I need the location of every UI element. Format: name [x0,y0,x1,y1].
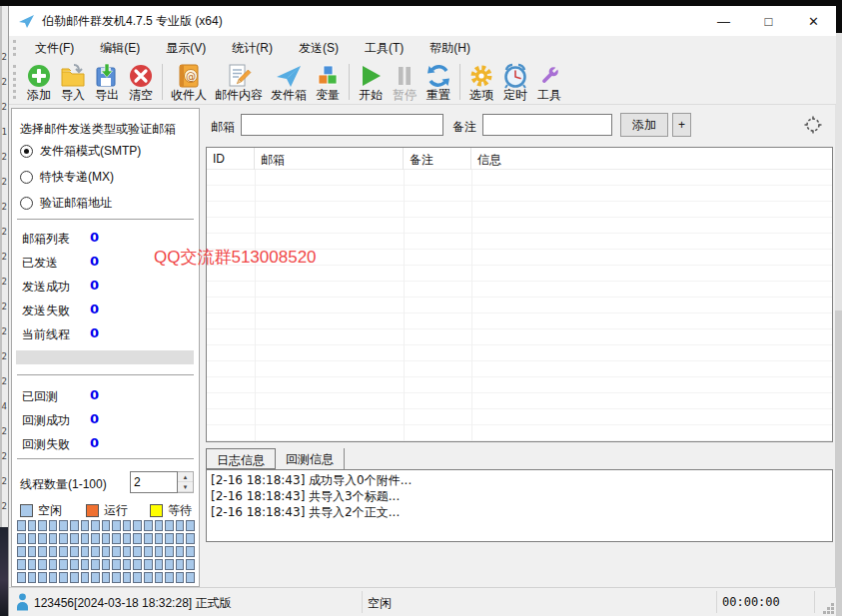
thread-cell [165,533,174,544]
maximize-button[interactable]: □ [746,6,791,36]
options-icon [468,63,494,89]
email-label: 邮箱 [211,119,235,136]
mail-table[interactable]: ID 邮箱 备注 信息 [206,147,833,442]
thread-cell [49,546,58,557]
toolbar-reset-button[interactable]: 重置 [421,62,455,103]
thread-cell [49,520,58,531]
thread-cell [133,533,142,544]
col-header-email[interactable]: 邮箱 [255,148,404,170]
spinner-up-button[interactable]: ▲ [178,472,193,482]
radio-label: 特快专递(MX) [40,169,114,186]
thread-cell [133,520,142,531]
thread-cell [155,546,164,557]
progress-bar [16,350,194,364]
thread-count-input[interactable] [130,471,178,493]
add-email-button[interactable]: 添加 [620,113,668,137]
thread-cell [155,520,164,531]
tab-log-info[interactable]: 日志信息 [206,448,276,469]
toolbar-label: 导入 [61,89,85,102]
menu-send[interactable]: 发送(S) [286,37,352,60]
toolbar-label: 定时 [503,89,527,102]
stat-value: 0 [90,435,99,450]
col-header-id[interactable]: ID [207,148,255,170]
thread-cell [28,559,37,570]
toolbar-variables-button[interactable]: 变量 [311,62,345,103]
note-input[interactable] [482,114,612,136]
radio-smtp-mode[interactable]: 发件箱模式(SMTP) [20,143,141,160]
log-output[interactable]: [2-16 18:18:43] 成功导入0个附件...[2-16 18:18:4… [206,469,833,542]
toolbar-options-button[interactable]: 选项 [464,62,498,103]
thread-cell [155,572,164,583]
close-button[interactable]: ✕ [791,6,836,36]
thread-cell [112,520,121,531]
stat-value: 0 [90,278,99,293]
toolbar-separator [349,64,350,100]
add-icon [26,63,52,89]
bg-line-number: 2 [0,302,7,311]
stat-label: 已发送 [22,256,58,270]
bg-line-number: 2 [0,52,7,62]
menu-file[interactable]: 文件(F) [22,37,87,60]
plus-button[interactable]: + [672,113,691,137]
thread-cell [70,572,79,583]
menu-edit[interactable]: 编辑(E) [87,37,153,60]
legend-label: 空闲 [38,502,62,519]
radio-mx-mode[interactable]: 特快专递(MX) [20,169,114,186]
bg-line-number: 2 [0,252,7,262]
radio-verify-mode[interactable]: 验证邮箱地址 [20,195,112,212]
toolbar-timer-button[interactable]: 定时 [498,62,532,103]
statusbar-state: 空闲 [368,595,392,612]
toolbar-outbox-button[interactable]: 发件箱 [267,62,311,103]
separator [17,374,194,375]
thread-cell [186,520,195,531]
thread-cell [70,546,79,557]
log-line: [2-16 18:18:43] 成功导入0个附件... [211,472,828,488]
col-header-info[interactable]: 信息 [471,148,832,170]
column-line [471,170,472,441]
thread-cell [59,559,68,570]
stat-value: 0 [90,302,99,316]
statusbar-divider [814,591,815,613]
toolbar-export-button[interactable]: 导出 [90,62,124,103]
menu-stats[interactable]: 统计(R) [219,37,286,60]
toolbar-tools-button[interactable]: 工具 [532,62,566,103]
log-tabs: 日志信息 回测信息 [206,448,345,469]
toolbar-recipients-button[interactable]: @ 收件人 [167,62,211,103]
menu-help[interactable]: 帮助(H) [417,37,483,60]
thread-cell [186,533,195,544]
toolbar-separator [459,64,460,100]
window-title: 伯勒邮件群发机4.7.5 专业版 (x64) [42,13,223,30]
send-type-panel: 选择邮件发送类型或验证邮箱 发件箱模式(SMTP) 特快专递(MX) 验证邮箱地… [11,108,200,587]
col-header-note[interactable]: 备注 [404,148,471,170]
bg-line-number: 2 [0,177,7,187]
spinner-down-button[interactable]: ▼ [178,482,193,492]
toolbar-label: 邮件内容 [215,89,263,102]
minimize-button[interactable]: — [701,6,746,36]
clear-icon [128,63,154,89]
thread-cell [186,546,195,557]
legend-label: 等待 [168,502,192,519]
thread-cell [59,520,68,531]
tab-test-info[interactable]: 回测信息 [276,448,345,469]
recipients-icon: @ [176,63,202,89]
thread-cell [81,572,90,583]
titlebar: 伯勒邮件群发机4.7.5 专业版 (x64) — □ ✕ [9,6,836,36]
toolbar-add-button[interactable]: 添加 [22,62,56,103]
toolbar-mail-content-button[interactable]: 邮件内容 [211,62,267,103]
thread-cell [123,520,132,531]
toolbar-pause-button[interactable]: 暂停 [388,62,421,103]
thread-cell [165,572,174,583]
menu-view[interactable]: 显示(V) [153,37,219,60]
toolbar-start-button[interactable]: 开始 [354,62,388,103]
idle-swatch [20,504,33,517]
menu-tools[interactable]: 工具(T) [352,37,417,60]
bg-line-number: 2 [0,376,7,386]
locate-crosshair-icon[interactable] [804,116,822,134]
thread-cell [102,533,111,544]
stat-label: 发送成功 [22,280,70,294]
toolbar-clear-button[interactable]: 清空 [124,62,158,103]
email-input[interactable] [241,114,443,136]
resize-grip[interactable] [823,603,834,614]
toolbar-import-button[interactable]: 导入 [56,62,90,103]
thread-cell [102,520,111,531]
